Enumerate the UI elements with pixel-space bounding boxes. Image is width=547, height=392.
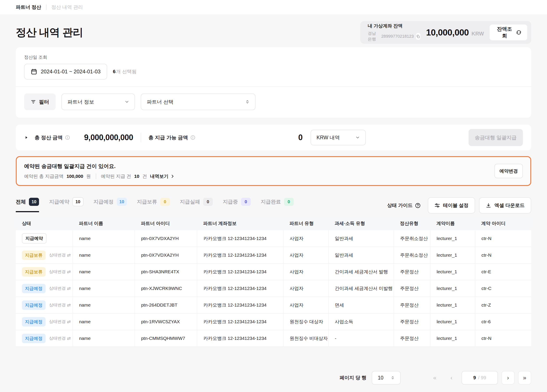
- partner-select[interactable]: 파트너 선택: [141, 94, 255, 110]
- tab-all[interactable]: 전체10: [16, 197, 39, 212]
- cell-partner_type: 사업자: [283, 247, 328, 264]
- breadcrumb-separator: [46, 5, 47, 10]
- status-change-link[interactable]: 상태변경⇄: [49, 269, 71, 275]
- tab-count-badge: 10: [29, 198, 39, 206]
- settlement-summary-card: 총 정산 금액 9,000,000,000 총 지급 가능 금액 0 KRW 내…: [16, 125, 531, 150]
- first-page-button[interactable]: «: [428, 371, 441, 385]
- card-divider: [16, 87, 531, 87]
- cell-contract_id: ctr-N: [475, 247, 531, 264]
- filter-category-select[interactable]: 파트너 정보: [61, 94, 135, 110]
- cell-contract_name: lecturer_1: [430, 264, 475, 280]
- status-badge: 지급예약: [22, 233, 47, 243]
- info-icon[interactable]: [190, 135, 196, 140]
- cell-partner_id: ptn-XJWCRK9WNC: [135, 280, 197, 297]
- total-settlement-value: 9,000,000,000: [84, 133, 133, 142]
- cell-partner_name: name: [73, 280, 135, 297]
- table-header-row: 상태파트너 이름파트너 아이디파트너 계좌정보파트너 유형과세·소득 유형정산유…: [16, 216, 531, 230]
- cell-partner_name: name: [73, 313, 135, 330]
- date-range-picker[interactable]: 2024-01-01 ~ 2024-01-03: [24, 64, 107, 80]
- cell-account: 카카오뱅크 12-12341234-1234: [197, 230, 283, 247]
- cell-tax_type: 간이과세 세금계산서 미발행: [328, 280, 394, 297]
- next-page-button[interactable]: ›: [501, 371, 515, 385]
- previous-page-button[interactable]: ‹: [445, 371, 458, 385]
- page-number-input[interactable]: 9 / 99: [462, 371, 498, 385]
- page-header: 정산 내역 관리 내 가상계좌 잔액 경남은행 28999770218123 1…: [16, 21, 531, 44]
- tab-scheduled[interactable]: 지급예정10: [94, 197, 127, 212]
- cell-partner_id: ptn-0X7VDXA2YH: [135, 247, 197, 264]
- tab-label: 지급완료: [261, 198, 281, 205]
- cell-settle_type: 주문취소정산: [394, 230, 430, 247]
- swap-arrows-icon: ⇄: [67, 302, 71, 308]
- chevron-right-icon: [170, 174, 175, 178]
- bulk-transfer-button[interactable]: 송금대행 일괄지급: [469, 129, 523, 146]
- last-page-button[interactable]: »: [518, 371, 531, 385]
- info-icon[interactable]: [65, 135, 70, 140]
- tab-hold[interactable]: 지급보류0: [137, 197, 170, 212]
- filter-button[interactable]: 필터: [24, 94, 56, 110]
- cell-tax_type: 일반과세: [328, 230, 394, 247]
- status-change-link[interactable]: 상태변경⇄: [49, 302, 71, 308]
- reserved-amount-value: 100,000: [67, 174, 83, 179]
- cell-settle_type: 주문정산: [394, 313, 430, 330]
- status-badge: 지급보류: [22, 250, 46, 260]
- status-change-link[interactable]: 상태변경⇄: [49, 336, 71, 341]
- tab-count-badge: 0: [284, 198, 294, 206]
- tab-failed[interactable]: 지급실패0: [180, 197, 213, 212]
- currency-history-select[interactable]: KRW 내역: [311, 130, 366, 145]
- cell-account: 카카오뱅크 12-12341234-1234: [197, 297, 283, 313]
- tab-count-badge: 0: [203, 198, 213, 206]
- expand-caret-icon[interactable]: [24, 135, 28, 140]
- status-change-link[interactable]: 상태변경⇄: [49, 286, 71, 291]
- view-details-link[interactable]: 내역보기: [150, 173, 175, 179]
- swap-arrows-icon: ⇄: [67, 319, 71, 324]
- cell-account: 카카오뱅크 12-12341234-1234: [197, 247, 283, 264]
- tab-count-badge: 0: [160, 198, 170, 206]
- reserved-count-value: 10: [134, 174, 139, 179]
- cell-partner_name: name: [73, 330, 135, 347]
- cell-tax_type: 간이과세 세금계산서 발행: [328, 264, 394, 280]
- cell-settle_type: 주문정산: [394, 264, 430, 280]
- tab-label: 지급예약: [49, 198, 69, 205]
- status-change-link[interactable]: 상태변경⇄: [49, 252, 71, 258]
- column-header: 상태: [16, 216, 73, 230]
- cell-contract_name: lecturer_1: [430, 330, 475, 347]
- cell-partner_id: ptn-SHA3NRE4TX: [135, 264, 197, 280]
- cell-partner_id: ptn-1RVWC5ZYAX: [135, 313, 197, 330]
- status-badge: 지급예정: [22, 300, 46, 310]
- tab-done[interactable]: 지급완료0: [261, 197, 294, 212]
- cell-tax_type: -: [328, 330, 394, 347]
- reserved-transfer-alert: 예약된 송금대행 일괄지급 건이 있어요. 예약된 총 지급금액 100,000…: [16, 156, 531, 186]
- balance-label: 내 가상계좌 잔액: [368, 23, 420, 29]
- tab-paying[interactable]: 지급중0: [223, 197, 251, 212]
- current-page: 9: [473, 375, 476, 381]
- cell-contract_name: lecturer_1: [430, 313, 475, 330]
- table-settings-button[interactable]: 테이블 설정: [428, 197, 475, 214]
- chevron-up-down-icon: [245, 99, 250, 104]
- rows-per-page-select[interactable]: 10: [372, 371, 401, 385]
- cell-partner_id: ptn-264DDETJBT: [135, 297, 197, 313]
- table-row: 지급보류상태변경⇄nameptn-0X7VDXA2YH카카오뱅크 12-1234…: [16, 247, 531, 264]
- change-reservation-button[interactable]: 예약변경: [494, 164, 523, 178]
- filter-icon: [31, 99, 36, 104]
- cell-contract_id: ctr-C: [475, 280, 531, 297]
- bank-name: 경남은행: [368, 31, 379, 42]
- copy-icon[interactable]: [416, 33, 420, 40]
- status-guide[interactable]: 상태 가이드: [387, 202, 421, 209]
- cell-settle_type: 주문정산: [394, 330, 430, 347]
- cell-partner_id: ptn-CMMSQHMWW7: [135, 330, 197, 347]
- table-row: 지급예정상태변경⇄nameptn-264DDETJBT카카오뱅크 12-1234…: [16, 297, 531, 313]
- status-badge: 지급예정: [22, 284, 46, 293]
- cell-contract_name: lecturer_1: [430, 280, 475, 297]
- alert-title: 예약된 송금대행 일괄지급 건이 있어요.: [24, 163, 175, 170]
- breadcrumb-item-partner-settlement[interactable]: 파트너 정산: [16, 4, 41, 11]
- balance-refresh-button[interactable]: 잔액조회: [490, 25, 527, 40]
- reserved-amount-label: 예약된 총 지급금액: [24, 173, 64, 179]
- top-breadcrumb-bar: 파트너 정산 정산 내역 관리: [0, 0, 547, 14]
- table-row: 지급예약nameptn-0X7VDXA2YH카카오뱅크 12-12341234-…: [16, 230, 531, 247]
- excel-download-button[interactable]: 엑셀 다운로드: [479, 197, 531, 214]
- tab-reserved[interactable]: 지급예약10: [49, 197, 83, 212]
- status-change-link[interactable]: 상태변경⇄: [49, 319, 71, 324]
- column-header: 파트너 유형: [283, 216, 328, 230]
- cell-partner_name: name: [73, 247, 135, 264]
- column-header: 정산유형: [394, 216, 430, 230]
